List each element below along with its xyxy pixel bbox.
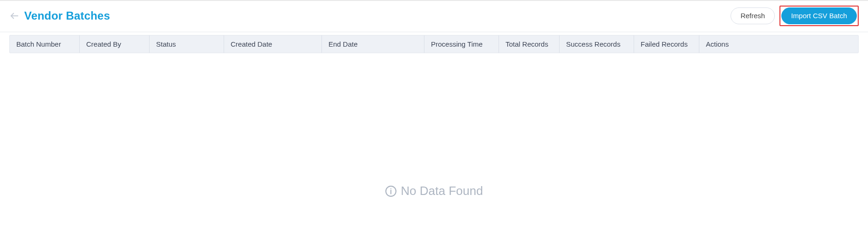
column-header-success-records[interactable]: Success Records xyxy=(560,35,634,53)
column-header-created-date[interactable]: Created Date xyxy=(224,35,322,53)
column-header-created-by[interactable]: Created By xyxy=(80,35,150,53)
table-header-row: Batch Number Created By Status Created D… xyxy=(9,35,859,53)
arrow-left-icon[interactable] xyxy=(9,11,20,21)
svg-point-3 xyxy=(390,188,391,189)
column-header-actions[interactable]: Actions xyxy=(699,35,858,53)
column-header-batch-number[interactable]: Batch Number xyxy=(10,35,80,53)
column-header-processing-time[interactable]: Processing Time xyxy=(424,35,499,53)
column-header-total-records[interactable]: Total Records xyxy=(499,35,560,53)
empty-state: No Data Found xyxy=(9,53,859,226)
import-csv-batch-button[interactable]: Import CSV Batch xyxy=(781,7,857,24)
table-container: Batch Number Created By Status Created D… xyxy=(0,35,868,226)
page-header: Vendor Batches Refresh Import CSV Batch xyxy=(0,0,868,32)
empty-state-text: No Data Found xyxy=(401,184,483,198)
column-header-failed-records[interactable]: Failed Records xyxy=(634,35,699,53)
header-left: Vendor Batches xyxy=(9,9,110,22)
header-actions: Refresh Import CSV Batch xyxy=(731,6,859,26)
column-header-end-date[interactable]: End Date xyxy=(322,35,424,53)
refresh-button[interactable]: Refresh xyxy=(731,7,775,24)
column-header-status[interactable]: Status xyxy=(150,35,224,53)
page-title: Vendor Batches xyxy=(24,9,110,22)
import-highlight: Import CSV Batch xyxy=(779,6,859,26)
info-icon xyxy=(385,185,397,197)
